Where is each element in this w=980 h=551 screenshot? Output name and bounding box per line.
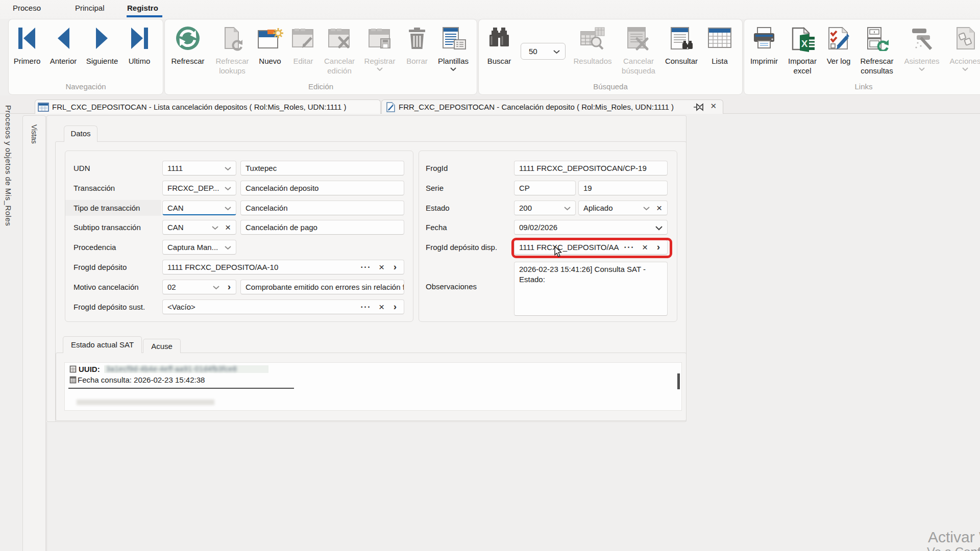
- svg-text:X: X: [801, 38, 808, 49]
